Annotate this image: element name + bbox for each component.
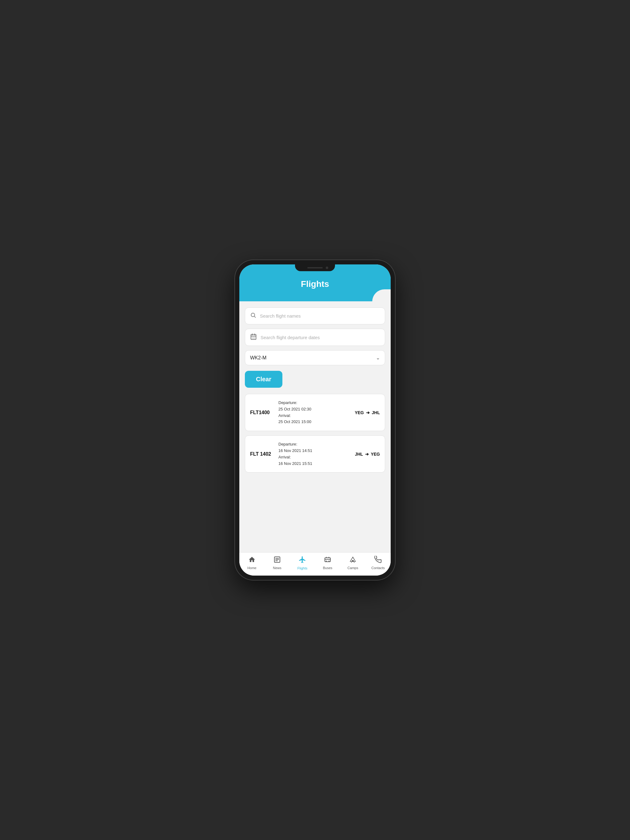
phone-notch	[295, 264, 335, 271]
flight-times-1: Departure: 25 Oct 2021 02:30 Arrival: 25…	[275, 400, 355, 425]
flight-card-1[interactable]: FLT1400 Departure: 25 Oct 2021 02:30 Arr…	[245, 394, 385, 431]
contacts-icon	[374, 556, 382, 565]
nav-label-home: Home	[247, 566, 256, 570]
arrival-datetime-1: 25 Oct 2021 15:00	[279, 419, 351, 425]
flight-route-1: YEG ➔ JHL	[355, 410, 380, 415]
nav-label-flights: Flights	[298, 566, 307, 570]
departure-label-2: Departure:	[279, 441, 351, 448]
nav-item-news[interactable]: News	[269, 556, 285, 570]
notch-camera	[326, 267, 328, 269]
svg-rect-19	[352, 560, 354, 562]
svg-line-1	[255, 316, 256, 317]
search-dates-placeholder: Search flight departure dates	[261, 335, 320, 340]
flight-number-1: FLT1400	[250, 410, 275, 415]
nav-item-flights[interactable]: Flights	[295, 556, 310, 570]
svg-point-18	[329, 561, 329, 561]
svg-point-17	[326, 561, 327, 561]
nav-label-news: News	[273, 566, 282, 570]
calendar-icon	[250, 333, 257, 341]
flight-route-2: JHL ➔ YEG	[355, 452, 380, 456]
search-dates-field[interactable]: Search flight departure dates	[245, 329, 385, 346]
search-names-icon	[250, 312, 256, 320]
nav-label-buses: Buses	[323, 566, 332, 570]
svg-rect-16	[325, 558, 330, 562]
search-names-placeholder: Search flight names	[260, 313, 301, 319]
flights-icon	[298, 556, 306, 565]
flight-card-2[interactable]: FLT 1402 Departure: 16 Nov 2021 14:51 Ar…	[245, 435, 385, 472]
arrival-label-1: Arrival:	[279, 413, 351, 419]
nav-label-contacts: Contacts	[371, 566, 385, 570]
camps-icon	[349, 556, 356, 565]
news-icon	[274, 556, 281, 565]
nav-label-camps: Camps	[348, 566, 358, 570]
buses-icon	[324, 556, 331, 565]
phone-frame: Flights Search flight names	[235, 260, 395, 580]
notch-speaker	[307, 267, 323, 268]
route-arrow-icon-2: ➔	[365, 452, 369, 456]
nav-item-camps[interactable]: Camps	[345, 556, 361, 570]
main-content: Search flight names	[239, 301, 391, 552]
home-icon	[248, 556, 256, 565]
departure-label-1: Departure:	[279, 400, 351, 406]
svg-rect-2	[251, 335, 256, 340]
flight-number-2: FLT 1402	[250, 452, 275, 457]
flight-times-2: Departure: 16 Nov 2021 14:51 Arrival: 16…	[275, 441, 355, 467]
page-title: Flights	[245, 279, 385, 289]
search-names-field[interactable]: Search flight names	[245, 308, 385, 324]
arrival-label-2: Arrival:	[279, 454, 351, 461]
clear-button[interactable]: Clear	[245, 371, 282, 388]
dropdown-selected-value: WK2-M	[250, 355, 266, 361]
arrival-datetime-2: 16 Nov 2021 15:51	[279, 461, 351, 467]
bottom-nav: Home News	[239, 552, 391, 576]
nav-item-home[interactable]: Home	[244, 556, 260, 570]
route-arrow-icon: ➔	[366, 410, 370, 415]
departure-datetime-2: 16 Nov 2021 14:51	[279, 448, 351, 454]
departure-datetime-1: 25 Oct 2021 02:30	[279, 406, 351, 413]
filter-dropdown[interactable]: WK2-M ⌄	[245, 350, 385, 365]
phone-screen: Flights Search flight names	[239, 264, 391, 576]
nav-item-buses[interactable]: Buses	[320, 556, 335, 570]
chevron-down-icon: ⌄	[376, 355, 380, 361]
nav-item-contacts[interactable]: Contacts	[370, 556, 386, 570]
